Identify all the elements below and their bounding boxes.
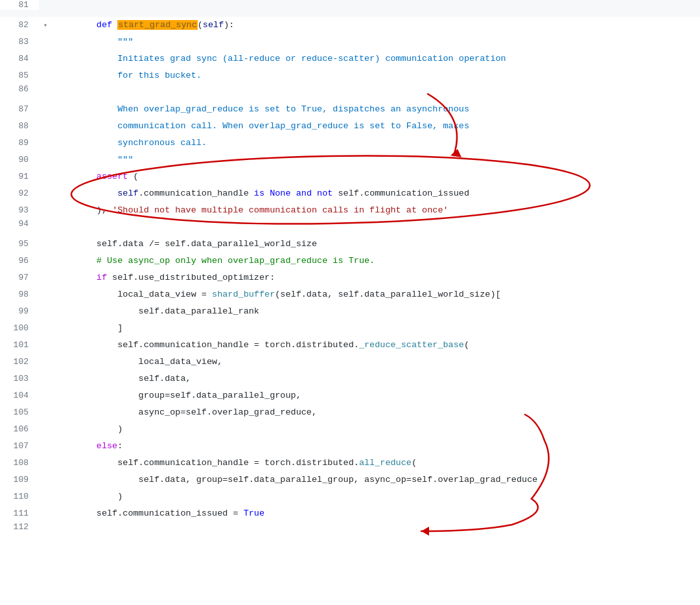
line-number: 102 [0,357,39,367]
table-row: 88 communication call. When overlap_grad… [0,118,700,135]
line-number: 86 [0,84,39,94]
table-row: 97 if self.use_distributed_optimizer: [0,269,700,286]
table-row: 110 ) [0,488,700,505]
line-number: 88 [0,121,39,131]
line-content: self.data /= self.data_parallel_world_si… [52,236,700,253]
line-number: 110 [0,492,39,501]
line-content: self.data, group=self.data_parallel_grou… [52,472,700,488]
line-content: group=self.data_parallel_group, [52,387,700,404]
line-number: 104 [0,391,39,400]
table-row: 104 group=self.data_parallel_group, [0,387,700,404]
line-content: assert ( [52,168,700,185]
line-content: # Use async_op only when overlap_grad_re… [52,253,700,269]
line-content: Initiates grad sync (all-reduce or reduc… [52,51,700,67]
line-number: 89 [0,138,39,148]
table-row: 112 [0,522,700,539]
line-number: 85 [0,71,39,80]
table-row: 90 """ [0,152,700,168]
table-row: 100 ] [0,320,700,337]
line-number: 81 [0,0,39,10]
line-number: 103 [0,374,39,383]
line-number: 108 [0,458,39,468]
table-row: 109 self.data, group=self.data_parallel_… [0,472,700,488]
line-number: 92 [0,188,39,198]
line-content: self.communication_issued = True [52,505,700,522]
table-row: 101 self.communication_handle = torch.di… [0,337,700,354]
line-number: 90 [0,155,39,165]
line-number: 105 [0,407,39,417]
line-number: 109 [0,475,39,485]
table-row: 108 self.communication_handle = torch.di… [0,455,700,472]
line-content: def start_grad_sync(self): [52,17,700,34]
table-row: 91 assert ( [0,168,700,185]
line-content: self.communication_handle = torch.distri… [52,337,700,354]
fold-arrow[interactable]: ▾ [39,21,52,29]
line-content: if self.use_distributed_optimizer: [52,269,700,286]
line-content: ), 'Should not have multiple communicati… [52,202,700,219]
table-row: 95 self.data /= self.data_parallel_world… [0,236,700,253]
table-row: 87 When overlap_grad_reduce is set to Tr… [0,101,700,118]
line-content: When overlap_grad_reduce is set to True,… [52,101,700,118]
table-row: 103 self.data, [0,371,700,387]
table-row: 102 local_data_view, [0,354,700,371]
line-content: local_data_view = shard_buffer(self.data… [52,286,700,303]
table-row: 86 [0,84,700,101]
line-number: 99 [0,306,39,316]
line-content: self.data_parallel_rank [52,303,700,320]
line-content: async_op=self.overlap_grad_reduce, [52,404,700,421]
line-number: 84 [0,54,39,63]
line-number: 95 [0,239,39,249]
line-content: self.communication_handle = torch.distri… [52,455,700,472]
line-number: 97 [0,273,39,282]
line-number: 87 [0,104,39,114]
line-content: self.communication_handle is None and no… [52,185,700,202]
table-row: 85 for this bucket. [0,67,700,84]
line-content: ] [52,320,700,337]
table-row: 98 local_data_view = shard_buffer(self.d… [0,286,700,303]
table-row: 81 [0,0,700,17]
line-number: 106 [0,424,39,434]
table-row: 89 synchronous call. [0,135,700,152]
line-content: """ [52,34,700,51]
table-row: 83 """ [0,34,700,51]
table-row: 96 # Use async_op only when overlap_grad… [0,253,700,269]
line-number: 93 [0,205,39,215]
line-number: 94 [0,219,39,229]
table-row: 105 async_op=self.overlap_grad_reduce, [0,404,700,421]
line-content: communication call. When overlap_grad_re… [52,118,700,135]
line-content: """ [52,152,700,168]
line-number: 100 [0,323,39,333]
table-row: 107 else: [0,438,700,455]
line-content: local_data_view, [52,354,700,371]
line-number: 98 [0,290,39,299]
table-row: 92 self.communication_handle is None and… [0,185,700,202]
line-content: synchronous call. [52,135,700,152]
table-row: 82▾ def start_grad_sync(self): [0,17,700,34]
line-number: 112 [0,522,39,532]
table-row: 93 ), 'Should not have multiple communic… [0,202,700,219]
line-number: 83 [0,37,39,47]
line-number: 91 [0,172,39,181]
table-row: 111 self.communication_issued = True [0,505,700,522]
table-row: 99 self.data_parallel_rank [0,303,700,320]
line-number: 101 [0,340,39,350]
line-content: ) [52,421,700,438]
code-editor: 8182▾ def start_grad_sync(self):83 """84… [0,0,700,605]
line-content: else: [52,438,700,455]
line-number: 111 [0,508,39,518]
line-number: 96 [0,256,39,266]
line-content: for this bucket. [52,67,700,84]
line-content: ) [52,488,700,505]
table-row: 106 ) [0,421,700,438]
table-row: 94 [0,219,700,236]
line-number: 107 [0,441,39,451]
line-number: 82 [0,20,39,30]
table-row: 84 Initiates grad sync (all-reduce or re… [0,51,700,67]
line-content: self.data, [52,371,700,387]
